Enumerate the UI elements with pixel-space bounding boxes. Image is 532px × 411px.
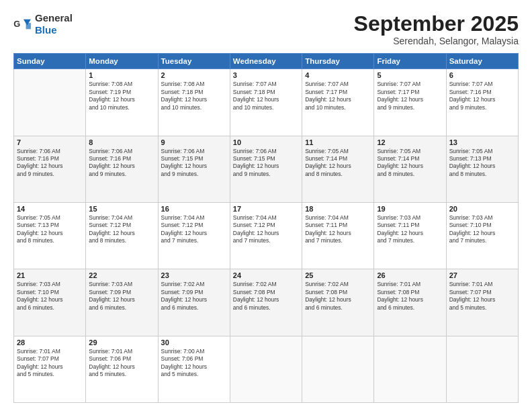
day-number: 9 (161, 138, 227, 146)
logo: G General Blue (13, 12, 73, 36)
logo-icon: G (13, 17, 32, 32)
title-block: September 2025 Serendah, Selangor, Malay… (354, 12, 519, 46)
logo-text: General Blue (35, 12, 73, 36)
calendar-cell: 3Sunrise: 7:07 AM Sunset: 7:18 PM Daylig… (230, 69, 302, 136)
cell-info: Sunrise: 7:07 AM Sunset: 7:16 PM Dayligh… (449, 81, 515, 111)
day-number: 14 (17, 205, 83, 213)
weekday-header-sunday: Sunday (14, 54, 86, 69)
calendar-cell: 22Sunrise: 7:03 AM Sunset: 7:09 PM Dayli… (86, 269, 158, 336)
day-number: 12 (377, 138, 443, 146)
day-number: 5 (377, 71, 443, 79)
month-title: September 2025 (354, 12, 519, 36)
cell-info: Sunrise: 7:06 AM Sunset: 7:16 PM Dayligh… (17, 148, 83, 179)
weekday-header-wednesday: Wednesday (230, 54, 302, 69)
calendar-cell: 5Sunrise: 7:07 AM Sunset: 7:17 PM Daylig… (374, 69, 446, 136)
calendar-cell (302, 336, 374, 402)
svg-text:G: G (13, 18, 20, 28)
calendar-cell: 17Sunrise: 7:04 AM Sunset: 7:12 PM Dayli… (230, 202, 302, 269)
cell-info: Sunrise: 7:07 AM Sunset: 7:17 PM Dayligh… (305, 81, 371, 111)
day-number: 2 (161, 71, 227, 79)
cell-info: Sunrise: 7:01 AM Sunset: 7:06 PM Dayligh… (89, 348, 154, 379)
calendar-cell (446, 336, 518, 402)
calendar-cell: 16Sunrise: 7:04 AM Sunset: 7:12 PM Dayli… (158, 202, 230, 269)
cell-info: Sunrise: 7:06 AM Sunset: 7:15 PM Dayligh… (233, 148, 299, 179)
weekday-header-row: SundayMondayTuesdayWednesdayThursdayFrid… (14, 54, 519, 69)
calendar-cell: 2Sunrise: 7:08 AM Sunset: 7:18 PM Daylig… (158, 69, 230, 136)
cell-info: Sunrise: 7:01 AM Sunset: 7:07 PM Dayligh… (449, 281, 515, 312)
day-number: 28 (17, 338, 83, 347)
cell-info: Sunrise: 7:07 AM Sunset: 7:17 PM Dayligh… (377, 81, 443, 111)
calendar-cell: 23Sunrise: 7:02 AM Sunset: 7:09 PM Dayli… (158, 269, 230, 336)
cell-info: Sunrise: 7:05 AM Sunset: 7:13 PM Dayligh… (17, 214, 83, 245)
svg-marker-2 (26, 23, 31, 29)
weekday-header-monday: Monday (86, 54, 158, 69)
cell-info: Sunrise: 7:03 AM Sunset: 7:10 PM Dayligh… (449, 214, 515, 245)
calendar-cell: 29Sunrise: 7:01 AM Sunset: 7:06 PM Dayli… (86, 336, 158, 402)
calendar-cell: 11Sunrise: 7:05 AM Sunset: 7:14 PM Dayli… (302, 136, 374, 202)
cell-info: Sunrise: 7:05 AM Sunset: 7:13 PM Dayligh… (449, 148, 515, 179)
calendar-cell: 21Sunrise: 7:03 AM Sunset: 7:10 PM Dayli… (14, 269, 86, 336)
day-number: 16 (161, 205, 227, 213)
calendar-cell: 25Sunrise: 7:02 AM Sunset: 7:08 PM Dayli… (302, 269, 374, 336)
day-number: 20 (449, 205, 515, 213)
calendar-cell: 7Sunrise: 7:06 AM Sunset: 7:16 PM Daylig… (14, 136, 86, 202)
week-row-3: 14Sunrise: 7:05 AM Sunset: 7:13 PM Dayli… (14, 202, 519, 269)
calendar-cell: 20Sunrise: 7:03 AM Sunset: 7:10 PM Dayli… (446, 202, 518, 269)
calendar-cell: 15Sunrise: 7:04 AM Sunset: 7:12 PM Dayli… (86, 202, 158, 269)
cell-info: Sunrise: 7:08 AM Sunset: 7:18 PM Dayligh… (161, 81, 227, 111)
cell-info: Sunrise: 7:03 AM Sunset: 7:10 PM Dayligh… (17, 281, 83, 312)
calendar-cell: 12Sunrise: 7:05 AM Sunset: 7:14 PM Dayli… (374, 136, 446, 202)
day-number: 10 (233, 138, 299, 146)
weekday-header-saturday: Saturday (446, 54, 518, 69)
calendar-cell: 24Sunrise: 7:02 AM Sunset: 7:08 PM Dayli… (230, 269, 302, 336)
cell-info: Sunrise: 7:04 AM Sunset: 7:11 PM Dayligh… (305, 214, 371, 245)
cell-info: Sunrise: 7:02 AM Sunset: 7:08 PM Dayligh… (305, 281, 371, 312)
logo-blue: Blue (35, 24, 57, 36)
day-number: 8 (89, 138, 154, 146)
calendar-cell: 13Sunrise: 7:05 AM Sunset: 7:13 PM Dayli… (446, 136, 518, 202)
day-number: 3 (233, 71, 299, 79)
cell-info: Sunrise: 7:00 AM Sunset: 7:06 PM Dayligh… (161, 348, 227, 379)
cell-info: Sunrise: 7:01 AM Sunset: 7:08 PM Dayligh… (377, 281, 443, 312)
cell-info: Sunrise: 7:06 AM Sunset: 7:15 PM Dayligh… (161, 148, 227, 179)
week-row-4: 21Sunrise: 7:03 AM Sunset: 7:10 PM Dayli… (14, 269, 519, 336)
day-number: 30 (161, 338, 227, 347)
cell-info: Sunrise: 7:01 AM Sunset: 7:07 PM Dayligh… (17, 348, 83, 379)
calendar-cell: 28Sunrise: 7:01 AM Sunset: 7:07 PM Dayli… (14, 336, 86, 402)
cell-info: Sunrise: 7:05 AM Sunset: 7:14 PM Dayligh… (377, 148, 443, 179)
day-number: 27 (449, 271, 515, 279)
day-number: 26 (377, 271, 443, 279)
calendar-cell: 4Sunrise: 7:07 AM Sunset: 7:17 PM Daylig… (302, 69, 374, 136)
calendar-cell: 9Sunrise: 7:06 AM Sunset: 7:15 PM Daylig… (158, 136, 230, 202)
cell-info: Sunrise: 7:03 AM Sunset: 7:11 PM Dayligh… (377, 214, 443, 245)
calendar-page: G General Blue September 2025 Serendah, … (0, 0, 532, 411)
weekday-header-tuesday: Tuesday (158, 54, 230, 69)
calendar-cell: 26Sunrise: 7:01 AM Sunset: 7:08 PM Dayli… (374, 269, 446, 336)
calendar-cell (14, 69, 86, 136)
day-number: 22 (89, 271, 154, 279)
calendar-cell: 8Sunrise: 7:06 AM Sunset: 7:16 PM Daylig… (86, 136, 158, 202)
cell-info: Sunrise: 7:04 AM Sunset: 7:12 PM Dayligh… (89, 214, 154, 245)
calendar-cell: 30Sunrise: 7:00 AM Sunset: 7:06 PM Dayli… (158, 336, 230, 402)
week-row-5: 28Sunrise: 7:01 AM Sunset: 7:07 PM Dayli… (14, 336, 519, 402)
calendar-table: SundayMondayTuesdayWednesdayThursdayFrid… (13, 53, 519, 403)
week-row-2: 7Sunrise: 7:06 AM Sunset: 7:16 PM Daylig… (14, 136, 519, 202)
day-number: 18 (305, 205, 371, 213)
weekday-header-thursday: Thursday (302, 54, 374, 69)
day-number: 4 (305, 71, 371, 79)
day-number: 1 (89, 71, 154, 79)
day-number: 19 (377, 205, 443, 213)
day-number: 7 (17, 138, 83, 146)
cell-info: Sunrise: 7:06 AM Sunset: 7:16 PM Dayligh… (89, 148, 154, 179)
calendar-cell (374, 336, 446, 402)
calendar-cell: 19Sunrise: 7:03 AM Sunset: 7:11 PM Dayli… (374, 202, 446, 269)
calendar-cell: 1Sunrise: 7:08 AM Sunset: 7:19 PM Daylig… (86, 69, 158, 136)
cell-info: Sunrise: 7:08 AM Sunset: 7:19 PM Dayligh… (89, 81, 154, 111)
calendar-cell: 18Sunrise: 7:04 AM Sunset: 7:11 PM Dayli… (302, 202, 374, 269)
day-number: 6 (449, 71, 515, 79)
logo-general: General (35, 12, 73, 24)
cell-info: Sunrise: 7:03 AM Sunset: 7:09 PM Dayligh… (89, 281, 154, 312)
day-number: 21 (17, 271, 83, 279)
location-subtitle: Serendah, Selangor, Malaysia (354, 36, 519, 46)
week-row-1: 1Sunrise: 7:08 AM Sunset: 7:19 PM Daylig… (14, 69, 519, 136)
